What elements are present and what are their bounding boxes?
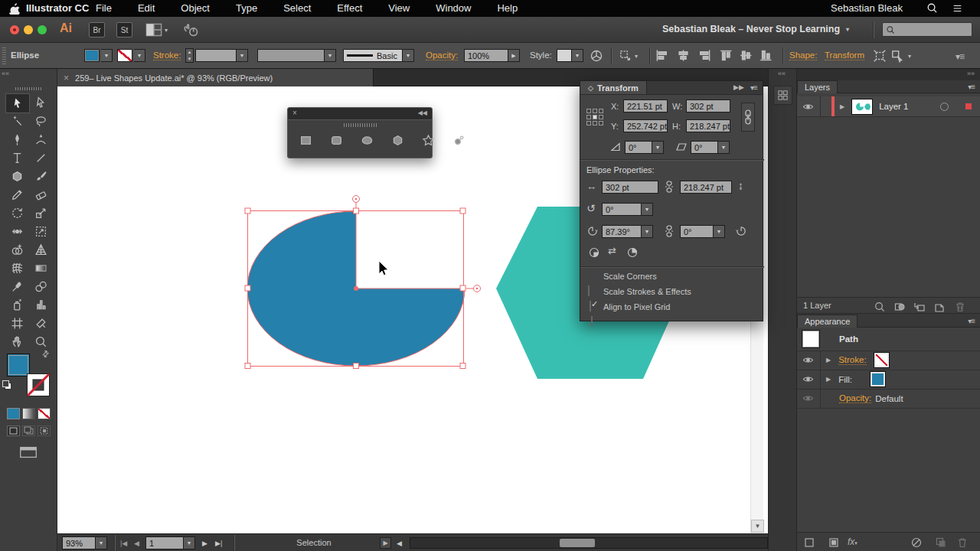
menu-window[interactable]: Window: [436, 2, 471, 14]
align-middle-icon[interactable]: [740, 49, 754, 62]
lasso-tool[interactable]: [29, 112, 52, 130]
collapse-to-icons-arrows[interactable]: ▶▶: [733, 83, 744, 91]
spotlight-search-icon[interactable]: [926, 2, 938, 14]
swap-pie-angles-icon[interactable]: ⇄: [608, 245, 616, 256]
align-bottom-icon[interactable]: [760, 49, 774, 62]
control-bar-panel-menu-icon[interactable]: ▾≡: [956, 51, 964, 62]
width-profile-dropdown[interactable]: ▼: [325, 49, 336, 62]
stroke-weight-dropdown[interactable]: ▼: [237, 49, 248, 62]
scale-tool[interactable]: [29, 204, 52, 222]
color-mode-button[interactable]: [7, 408, 20, 419]
stroke-indicator[interactable]: [27, 373, 50, 396]
align-left-icon[interactable]: [655, 49, 670, 62]
tab-appearance[interactable]: Appearance: [797, 315, 858, 328]
rotate-tool[interactable]: [5, 204, 28, 222]
collapse-panel-icon[interactable]: ◀◀: [418, 109, 427, 116]
direct-selection-tool[interactable]: [29, 93, 52, 112]
pie-end-angle-dropdown[interactable]: ▼: [714, 225, 725, 238]
zoom-level-field[interactable]: 93%: [62, 536, 96, 549]
pie-option-icon[interactable]: [626, 246, 639, 259]
layer-row[interactable]: ▶ Layer 1: [797, 96, 980, 117]
star-tool[interactable]: [416, 131, 439, 149]
document-tab[interactable]: × 259– Live Shapes Update.ai* @ 93% (RGB…: [57, 69, 374, 86]
appearance-panel-menu-icon[interactable]: ▾≡: [968, 317, 975, 325]
shape-builder-tool[interactable]: [5, 240, 28, 259]
menu-help[interactable]: Help: [497, 2, 518, 14]
stroke-visibility-eye-icon[interactable]: [802, 354, 814, 366]
selection-handle[interactable]: [245, 285, 250, 291]
align-top-icon[interactable]: [720, 49, 734, 62]
broken-link-icon[interactable]: [663, 181, 675, 193]
artboard-number-field[interactable]: 1: [145, 536, 184, 549]
symbol-sprayer-tool[interactable]: [5, 295, 28, 314]
shear-angle-dropdown[interactable]: ▼: [718, 141, 730, 154]
layer-visibility-eye-icon[interactable]: [802, 101, 814, 112]
recolor-artwork-icon[interactable]: [590, 49, 603, 63]
menu-file[interactable]: File: [96, 2, 112, 14]
touch-workspace-icon[interactable]: [181, 22, 199, 37]
menu-effect[interactable]: Effect: [337, 2, 362, 14]
locate-object-icon[interactable]: [874, 301, 886, 313]
expand-dock-icon[interactable]: ««: [778, 70, 786, 77]
slice-tool[interactable]: [29, 314, 52, 332]
previous-artboard-button[interactable]: ◀: [134, 540, 139, 547]
shaper-tool[interactable]: [5, 185, 28, 204]
next-artboard-button[interactable]: ▶: [202, 540, 207, 547]
shapes-floating-panel[interactable]: × ◀◀: [287, 107, 433, 158]
brush-definition-dropdown[interactable]: ▼: [403, 49, 414, 62]
zoom-tool[interactable]: [29, 332, 52, 350]
type-tool[interactable]: [5, 148, 28, 167]
draw-inside-button[interactable]: [38, 425, 51, 436]
scale-strokes-effects-checkbox[interactable]: [590, 301, 591, 311]
ellipse-width-field[interactable]: 302 pt: [602, 181, 658, 194]
duplicate-item-icon[interactable]: [935, 536, 947, 549]
minimize-window-button[interactable]: [24, 25, 33, 34]
menubar-user-name[interactable]: Sebastian Bleak: [831, 2, 903, 14]
align-right-icon[interactable]: [697, 49, 711, 62]
width-profile-field[interactable]: [257, 49, 325, 62]
arrange-documents-button[interactable]: ▾: [145, 23, 168, 37]
curvature-tool[interactable]: [29, 130, 52, 148]
fill-attribute-label[interactable]: Fill:: [838, 375, 852, 384]
screen-mode-button[interactable]: [18, 445, 38, 459]
stock-button[interactable]: St: [116, 22, 132, 37]
shear-angle-field[interactable]: 0°: [691, 141, 718, 154]
first-artboard-button[interactable]: |◀: [120, 540, 127, 547]
add-effect-button[interactable]: fx▾: [848, 536, 858, 547]
collapse-tools-icon[interactable]: ««: [2, 70, 9, 77]
selection-handle[interactable]: [245, 364, 250, 369]
paintbrush-tool[interactable]: [29, 167, 52, 185]
layer-thumbnail[interactable]: [851, 99, 873, 115]
close-panel-icon[interactable]: ×: [292, 109, 297, 117]
column-graph-tool[interactable]: [29, 295, 52, 314]
blend-tool[interactable]: [29, 277, 52, 295]
magic-wand-tool[interactable]: [5, 112, 28, 130]
rounded-rectangle-tool[interactable]: [325, 131, 348, 149]
menu-edit[interactable]: Edit: [138, 2, 155, 14]
isolate-selected-object-icon[interactable]: ▾: [890, 49, 911, 63]
transform-panel-header[interactable]: ◇ Transform ▶▶ ▾≡: [580, 81, 763, 95]
gradient-mode-button[interactable]: [22, 408, 35, 419]
shape-panel-link[interactable]: Shape:: [789, 51, 817, 60]
collapse-dock-icon[interactable]: »»: [967, 70, 975, 77]
opacity-attribute-link[interactable]: Opacity:: [839, 393, 871, 403]
ellipse-angle-field[interactable]: 0°: [602, 203, 642, 216]
selection-handle[interactable]: [245, 208, 250, 214]
w-value-field[interactable]: 302 pt: [686, 99, 730, 112]
style-dropdown[interactable]: ▼: [572, 49, 583, 62]
transform-panel-menu-icon[interactable]: ▾≡: [750, 83, 757, 92]
hand-tool[interactable]: [5, 332, 28, 350]
panel-grip[interactable]: [344, 123, 377, 127]
fill-color-swatch[interactable]: [84, 49, 100, 62]
status-options-arrow[interactable]: ▶: [380, 537, 391, 549]
fill-visibility-eye-icon[interactable]: [802, 373, 814, 385]
scroll-left-button[interactable]: ◀: [397, 540, 402, 547]
stroke-attribute-swatch[interactable]: [874, 353, 889, 367]
opacity-field[interactable]: 100%: [464, 49, 508, 62]
selection-handle[interactable]: [460, 364, 466, 369]
stroke-weight-stepper[interactable]: ▲▼: [185, 48, 194, 63]
artboard-tool[interactable]: [5, 314, 28, 332]
rectangle-tool[interactable]: [294, 131, 317, 149]
scale-corners-checkbox[interactable]: [588, 285, 590, 296]
x-value-field[interactable]: 221.51 pt: [623, 99, 668, 112]
